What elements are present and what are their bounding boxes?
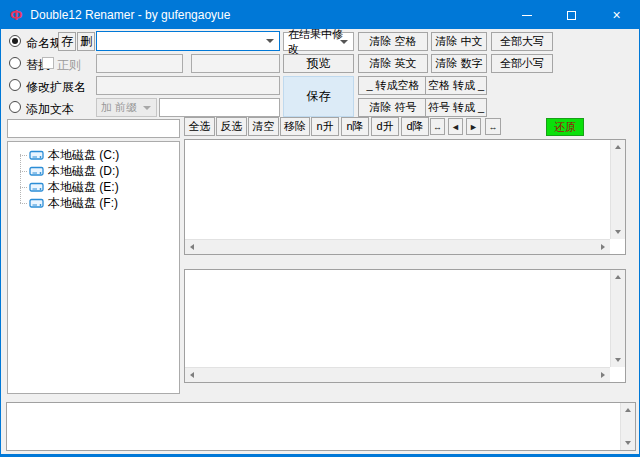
scroll-up-icon[interactable] [615,275,621,279]
tree-item-drive-c[interactable]: 本地磁盘 (C:) [20,147,179,163]
vertical-scrollbar[interactable] [620,403,635,450]
chevron-down-icon [143,106,151,110]
tree-item-label: 本地磁盘 (F:) [48,195,118,212]
delete-rule-button[interactable]: 删 [77,32,95,51]
tree-item-label: 本地磁盘 (C:) [48,147,119,164]
minimize-icon [522,15,532,16]
scroll-down-icon[interactable] [615,230,621,234]
drive-icon [29,165,44,177]
naming-rule-combobox[interactable] [96,31,280,51]
clear-symbol-button[interactable]: 清除 符号 [358,98,428,117]
scroll-up-icon[interactable] [615,145,621,149]
add-text-mode-value: 加 前缀 [101,100,137,115]
restore-button[interactable]: 还原 [546,118,584,136]
move-right-button[interactable]: ► [466,118,481,135]
scroll-right-icon[interactable] [601,244,605,250]
space-to-underscore-button[interactable]: 空格 转成 _ [425,76,487,95]
radio-extension[interactable] [9,79,21,91]
tree-guide-stub [20,187,27,188]
clear-digits-button[interactable]: 清除 数字 [431,54,487,73]
tree-item-drive-e[interactable]: 本地磁盘 (E:) [20,179,179,195]
clear-chinese-button[interactable]: 清除 中文 [431,32,487,51]
arrow-left-icon: ◄ [451,122,460,132]
close-button[interactable]: × [594,1,639,29]
double-arrow-icon: ↔ [433,122,442,132]
app-window: Φ Double12 Renamer - by gufengaoyue × 命名… [0,0,640,457]
chevron-down-icon [266,39,274,43]
maximize-button[interactable] [549,1,594,29]
tree-guide-stub [20,155,27,156]
drive-tree[interactable]: 本地磁盘 (C:) 本地磁盘 (D:) 本地磁盘 (E:) 本地磁盘 (F:) [7,141,180,394]
radio-naming-rule[interactable] [9,35,21,47]
close-icon: × [612,8,620,22]
maximize-icon [567,11,576,20]
extension-label: 修改扩展名 [26,79,86,96]
tree-guide-stub [20,203,27,204]
extension-input[interactable] [96,76,280,95]
tree-item-drive-f[interactable]: 本地磁盘 (F:) [20,195,179,211]
radio-replace[interactable] [9,57,21,69]
replace-with-input[interactable] [191,54,280,73]
replace-find-input[interactable] [96,54,183,73]
log-textarea[interactable] [6,402,636,451]
scroll-down-icon[interactable] [625,441,631,445]
remove-button[interactable]: 移除 [280,117,310,136]
result-mode-combobox[interactable]: 在结果中修改 [283,32,354,51]
path-filter-input[interactable] [7,119,180,138]
scroll-right-icon[interactable] [601,372,605,378]
tree-item-drive-d[interactable]: 本地磁盘 (D:) [20,163,179,179]
lowercase-all-button[interactable]: 全部小写 [491,54,553,73]
select-all-button[interactable]: 全选 [184,117,215,136]
regex-label: 正则 [57,57,81,74]
add-text-mode-combobox[interactable]: 加 前缀 [96,98,157,117]
tree-item-label: 本地磁盘 (E:) [48,179,119,196]
name-sort-desc-button[interactable]: n降 [341,117,369,136]
scroll-down-icon[interactable] [615,358,621,362]
horizontal-scrollbar[interactable] [185,239,610,254]
clear-english-button[interactable]: 清除 英文 [358,54,428,73]
title-bar[interactable]: Φ Double12 Renamer - by gufengaoyue × [1,1,639,29]
store-rule-button[interactable]: 存 [58,32,76,51]
tree-item-label: 本地磁盘 (D:) [48,163,119,180]
scroll-left-icon[interactable] [190,244,194,250]
save-button[interactable]: 保存 [283,76,354,117]
minimize-button[interactable] [504,1,549,29]
symbol-to-underscore-button[interactable]: 符号 转成 _ [425,98,487,117]
double-arrow-icon: ↔ [489,122,498,132]
uppercase-all-button[interactable]: 全部大写 [491,32,553,51]
preview-files-list[interactable] [184,269,626,383]
scroll-left-icon[interactable] [190,372,194,378]
add-text-label: 添加文本 [26,101,74,118]
regex-checkbox[interactable] [42,57,54,69]
move-last-button[interactable]: ↔ [485,118,501,135]
vertical-scrollbar[interactable] [610,270,625,367]
tree-guide-line [20,154,21,203]
date-sort-desc-button[interactable]: d降 [401,117,429,136]
tree-guide-stub [20,171,27,172]
date-sort-asc-button[interactable]: d升 [371,117,399,136]
clear-list-button[interactable]: 清空 [248,117,279,136]
clear-space-button[interactable]: 清除 空格 [358,32,428,51]
source-files-list[interactable] [184,139,626,255]
add-text-input[interactable] [159,98,280,117]
scroll-up-icon[interactable] [625,408,631,412]
vertical-scrollbar[interactable] [610,140,625,239]
underscore-to-space-button[interactable]: _ 转成空格 [358,76,428,95]
name-sort-asc-button[interactable]: n升 [311,117,339,136]
window-title: Double12 Renamer - by gufengaoyue [30,8,230,22]
invert-select-button[interactable]: 反选 [216,117,247,136]
preview-button[interactable]: 预览 [283,54,354,73]
drive-icon [29,181,44,193]
drive-icon [29,197,44,209]
horizontal-scrollbar[interactable] [185,367,610,382]
chevron-down-icon [340,40,348,44]
app-icon: Φ [10,1,22,29]
arrow-right-icon: ► [469,122,478,132]
radio-add-text[interactable] [9,101,21,113]
move-first-button[interactable]: ↔ [430,118,445,135]
drive-icon [29,149,44,161]
move-left-button[interactable]: ◄ [448,118,463,135]
